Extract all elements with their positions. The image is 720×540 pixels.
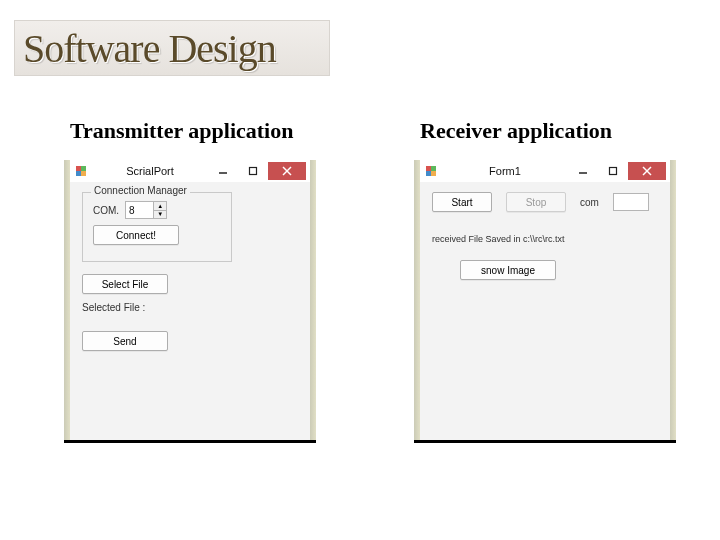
maximize-button[interactable] [598, 162, 628, 180]
show-image-button[interactable]: snow Image [460, 260, 556, 280]
stop-button[interactable]: Stop [506, 192, 566, 212]
maximize-button[interactable] [238, 162, 268, 180]
transmitter-heading: Transmitter application [70, 118, 293, 144]
decorative-underline [414, 440, 676, 443]
spin-down-icon[interactable]: ▼ [154, 210, 166, 219]
slide-title: Software Design [23, 25, 276, 72]
start-button[interactable]: Start [432, 192, 492, 212]
group-legend: Connection Manager [91, 185, 190, 196]
receiver-window-title: Form1 [442, 165, 568, 177]
slide-title-box: Software Design [14, 20, 330, 76]
transmitter-client: Connection Manager COM. 8 ▲ ▼ Connect! S… [70, 182, 310, 440]
com-port-stepper[interactable]: 8 ▲ ▼ [125, 201, 167, 219]
receiver-heading: Receiver application [420, 118, 612, 144]
selected-file-label: Selected File : [82, 302, 145, 313]
receiver-com-input[interactable] [613, 193, 649, 211]
spin-up-icon[interactable]: ▲ [154, 202, 166, 210]
decorative-underline [64, 440, 316, 443]
decorative-edge [310, 160, 316, 440]
svg-rect-1 [250, 168, 257, 175]
transmitter-window-title: ScrialPort [92, 165, 208, 177]
receiver-titlebar: Form1 [420, 160, 670, 182]
minimize-button[interactable] [208, 162, 238, 180]
receiver-com-label: com [580, 197, 599, 208]
app-icon [74, 164, 88, 178]
receiver-client: Start Stop com received File Saved in c:… [420, 182, 670, 440]
decorative-edge [64, 160, 70, 440]
decorative-edge [670, 160, 676, 440]
decorative-edge [414, 160, 420, 440]
com-port-value: 8 [125, 201, 153, 219]
com-label: COM. [93, 205, 119, 216]
transmitter-window: ScrialPort Connection Manager COM. 8 ▲ ▼ [70, 160, 310, 440]
close-button[interactable] [628, 162, 666, 180]
connect-button[interactable]: Connect! [93, 225, 179, 245]
receiver-window: Form1 Start Stop com received File Saved… [420, 160, 670, 440]
transmitter-titlebar: ScrialPort [70, 160, 310, 182]
app-icon [424, 164, 438, 178]
send-button[interactable]: Send [82, 331, 168, 351]
select-file-button[interactable]: Select File [82, 274, 168, 294]
close-button[interactable] [268, 162, 306, 180]
svg-rect-5 [610, 168, 617, 175]
receiver-status-text: received File Saved in c:\\rc\rc.txt [432, 234, 565, 244]
minimize-button[interactable] [568, 162, 598, 180]
connection-manager-group: Connection Manager COM. 8 ▲ ▼ Connect! [82, 192, 232, 262]
